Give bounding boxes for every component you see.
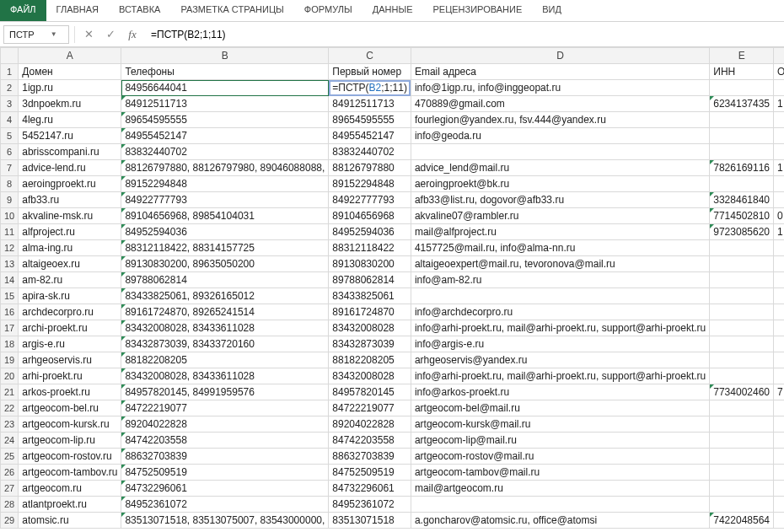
cell[interactable]: Первый номер [329, 64, 411, 80]
cell[interactable]: 84952594036 [121, 224, 329, 240]
cell[interactable]: 84752509519 [121, 465, 329, 481]
cell[interactable]: 89104656968, 89854104031 [121, 208, 329, 224]
cell[interactable]: abrisscompani.ru [19, 144, 121, 160]
col-header-D[interactable]: D [411, 48, 709, 64]
cell[interactable]: 7734002460 [710, 384, 774, 400]
row-header[interactable]: 6 [1, 144, 19, 160]
cell[interactable]: 89152294848 [121, 176, 329, 192]
row-header[interactable]: 28 [1, 497, 19, 513]
cell[interactable]: 84742203558 [121, 433, 329, 449]
cell[interactable]: 83832440702 [329, 144, 411, 160]
cell[interactable]: 84957820145, 84991959576 [121, 384, 329, 400]
row-header[interactable]: 23 [1, 416, 19, 433]
cell[interactable]: info@1igp.ru, info@inggeopat.ru [411, 80, 709, 96]
cell[interactable]: 9723085620 [710, 224, 774, 240]
cell[interactable]: artgeocom-lip.ru [19, 433, 121, 449]
cell[interactable]: 7422048564 [710, 513, 774, 529]
row-header[interactable]: 15 [1, 288, 19, 304]
cell[interactable] [774, 400, 784, 416]
cell[interactable]: 470889@gmail.com [411, 96, 709, 112]
cell[interactable] [774, 192, 784, 208]
row-header[interactable]: 12 [1, 240, 19, 256]
cell[interactable] [710, 352, 774, 368]
cell[interactable] [774, 80, 784, 96]
cell[interactable]: 6234137435 [710, 96, 774, 112]
cell[interactable]: 84752509519 [329, 465, 411, 481]
cell[interactable] [710, 481, 774, 497]
cell[interactable]: 88126797880 [329, 160, 411, 176]
cell[interactable]: 89788062814 [121, 272, 329, 288]
cell[interactable] [774, 112, 784, 128]
cell[interactable] [710, 112, 774, 128]
cell[interactable] [710, 176, 774, 192]
cell[interactable]: 83432008028 [329, 368, 411, 384]
cell[interactable] [710, 144, 774, 160]
cell[interactable]: 1 [774, 224, 784, 240]
tab-formulas[interactable]: ФОРМУЛЫ [294, 0, 362, 21]
row-header[interactable]: 27 [1, 481, 19, 497]
cell[interactable]: 83513071518, 83513075007, 83543000000, [121, 513, 329, 529]
row-header[interactable]: 8 [1, 176, 19, 192]
row-header[interactable]: 18 [1, 336, 19, 352]
cell[interactable]: 89104656968 [329, 208, 411, 224]
cell[interactable]: apira-sk.ru [19, 288, 121, 304]
cell[interactable]: info@argis-e.ru [411, 336, 709, 352]
row-header[interactable]: 7 [1, 160, 19, 176]
row-header[interactable]: 13 [1, 256, 19, 272]
cell[interactable]: aeroingproekt.ru [19, 176, 121, 192]
row-header[interactable]: 21 [1, 384, 19, 400]
spreadsheet-grid[interactable]: A B C D E 1 Домен Телефоны Первый номер … [0, 47, 784, 532]
cell[interactable]: argis-e.ru [19, 336, 121, 352]
row-header[interactable]: 14 [1, 272, 19, 288]
col-header-E[interactable]: E [710, 48, 774, 64]
row-header[interactable]: 25 [1, 449, 19, 465]
cell[interactable]: 88182208205 [329, 352, 411, 368]
cell[interactable]: artgeocom-rostov@mail.ru [411, 449, 709, 465]
cell[interactable]: arhi-proekt.ru [19, 368, 121, 384]
cell[interactable]: advice_lend@mail.ru [411, 160, 709, 176]
tab-page-layout[interactable]: РАЗМЕТКА СТРАНИЦЫ [170, 0, 293, 21]
accept-formula-icon[interactable]: ✓ [102, 28, 119, 40]
cell[interactable]: artgeocom-kursk@mail.ru [411, 416, 709, 433]
row-header[interactable]: 19 [1, 352, 19, 368]
tab-file[interactable]: ФАЙЛ [0, 0, 46, 21]
cell[interactable]: 83432008028, 83433611028 [121, 320, 329, 336]
cell[interactable] [774, 481, 784, 497]
cell[interactable] [774, 336, 784, 352]
name-box[interactable]: ПСТР ▼ [3, 25, 69, 44]
cell[interactable] [411, 288, 709, 304]
cell[interactable]: altaigeoexpert@mail.ru, tevoronova@mail.… [411, 256, 709, 272]
cell[interactable]: 1 [774, 96, 784, 112]
cell[interactable]: 88126797880, 88126797980, 89046088088, [121, 160, 329, 176]
cell[interactable]: 1 [774, 160, 784, 176]
cell[interactable]: 84742203558 [329, 433, 411, 449]
formula-input[interactable] [146, 25, 781, 44]
cell[interactable] [710, 304, 774, 320]
cell[interactable] [710, 400, 774, 416]
cell[interactable]: 7826169116 [710, 160, 774, 176]
col-header-C[interactable]: C [329, 48, 411, 64]
cell[interactable]: arkos-proekt.ru [19, 384, 121, 400]
cell[interactable]: afb33.ru [19, 192, 121, 208]
cell[interactable] [774, 352, 784, 368]
cell[interactable]: fourlegion@yandex.ru, fsv.444@yandex.ru [411, 112, 709, 128]
cell[interactable]: 83432873039 [329, 336, 411, 352]
row-header[interactable]: 29 [1, 513, 19, 529]
col-header-A[interactable]: A [19, 48, 121, 64]
col-header-B[interactable]: B [121, 48, 329, 64]
cell[interactable]: artgeocom.ru [19, 481, 121, 497]
cell[interactable]: 84952361072 [329, 497, 411, 513]
cell[interactable]: archdecorpro.ru [19, 304, 121, 320]
cell[interactable] [710, 449, 774, 465]
tab-insert[interactable]: ВСТАВКА [109, 0, 170, 21]
cell[interactable]: 89152294848 [329, 176, 411, 192]
cell[interactable]: 89654595555 [121, 112, 329, 128]
cell[interactable]: 89788062814 [329, 272, 411, 288]
cell[interactable] [774, 465, 784, 481]
cell[interactable]: altaigeoex.ru [19, 256, 121, 272]
cell[interactable]: atomsic.ru [19, 513, 121, 529]
cell[interactable]: info@archdecorpro.ru [411, 304, 709, 320]
cell[interactable]: info@arhi-proekt.ru, mail@arhi-proekt.ru… [411, 368, 709, 384]
cell[interactable]: 84952361072 [121, 497, 329, 513]
row-header[interactable]: 3 [1, 96, 19, 112]
